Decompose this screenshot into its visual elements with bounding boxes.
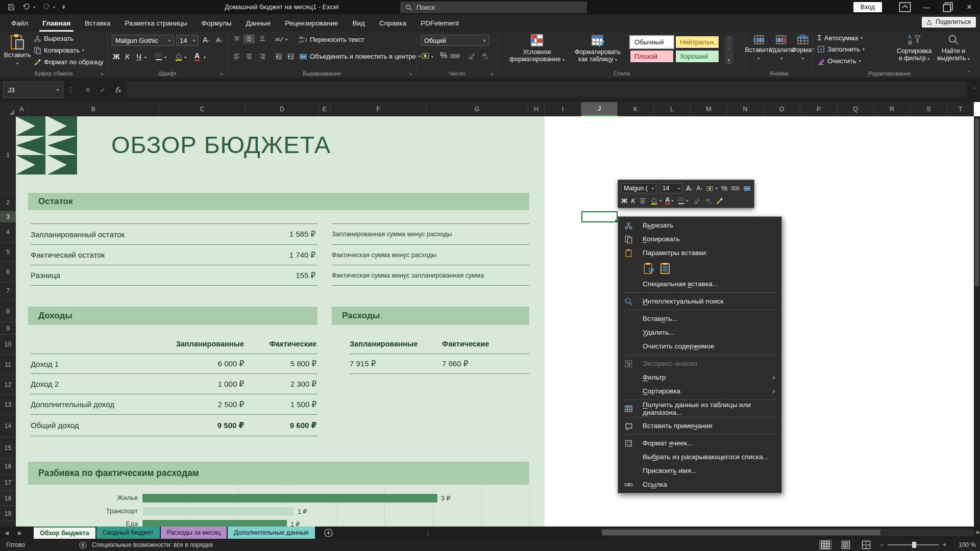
normal-view-icon[interactable] xyxy=(819,540,832,550)
mini-align-icon[interactable] xyxy=(639,197,647,204)
mini-increase-decimal-icon[interactable]: ←0.00 xyxy=(692,197,700,204)
ribbon-tab-Рецензирование[interactable]: Рецензирование xyxy=(278,14,345,32)
column-header-K[interactable]: K xyxy=(618,102,654,116)
accessibility-status[interactable]: Специальные возможности: все в порядке xyxy=(92,541,213,548)
context-menu-item[interactable]: Вставить... xyxy=(618,312,781,325)
context-menu-item[interactable]: Ссылка xyxy=(618,478,781,491)
mini-percent-icon[interactable]: % xyxy=(721,184,727,192)
context-menu-item[interactable]: Специальная вставка... xyxy=(618,277,781,291)
column-header-S[interactable]: S xyxy=(911,102,947,116)
conditional-formatting-button[interactable]: Условноеформатирование ▾ xyxy=(506,34,568,64)
font-color-caret-icon[interactable]: ▾ xyxy=(204,55,206,60)
column-header-J[interactable]: J xyxy=(581,102,618,116)
vertical-scrollbar[interactable] xyxy=(974,116,980,527)
context-menu-item[interactable]: Вырезать xyxy=(618,218,781,232)
grow-font-icon[interactable]: A˄ xyxy=(203,35,210,44)
minimize-button[interactable]: — xyxy=(916,0,937,14)
mini-fill-caret-icon[interactable]: ▾ xyxy=(659,198,662,203)
format-as-table-button[interactable]: Форматироватькак таблицу ▾ xyxy=(570,34,626,64)
ribbon-tab-Вид[interactable]: Вид xyxy=(346,14,372,32)
sign-in-button[interactable]: Вход xyxy=(853,2,882,12)
context-menu-item[interactable]: Присвоить имя... xyxy=(618,464,781,478)
column-header-M[interactable]: M xyxy=(691,102,727,116)
fill-button[interactable]: Заполнить▾ xyxy=(817,45,865,53)
align-top-icon[interactable] xyxy=(233,36,241,42)
horizontal-scrollbar[interactable]: ▶ xyxy=(601,529,974,536)
mini-font-color-caret-icon[interactable]: ▾ xyxy=(672,198,674,203)
find-select-button[interactable]: Найти ивыделить ▾ xyxy=(936,34,971,63)
alignment-dialog-launcher-icon[interactable]: ↘ xyxy=(408,71,412,76)
context-menu-item[interactable]: Фильтр› xyxy=(618,370,781,384)
column-header-T[interactable]: T xyxy=(947,102,974,116)
context-menu-item[interactable]: Выбрать из раскрывающегося списка... xyxy=(618,450,781,464)
column-header-A[interactable]: A xyxy=(16,102,28,116)
gallery-up-icon[interactable]: ˄ xyxy=(728,37,730,43)
style-cell[interactable]: Обычный xyxy=(630,36,674,48)
mini-font-color-icon[interactable]: A xyxy=(665,196,670,205)
underline-caret-icon[interactable]: ▾ xyxy=(144,55,146,60)
format-cells-button[interactable]: Формат▾ xyxy=(793,35,813,62)
share-button[interactable]: Поделиться xyxy=(922,17,976,28)
context-menu-item[interactable]: Вставить примечание xyxy=(618,419,781,433)
mini-bold-button[interactable]: Ж xyxy=(621,197,627,205)
fill-caret-icon[interactable]: ▾ xyxy=(184,55,186,60)
sheet-canvas[interactable]: ОБЗОР БЮДЖЕТА Остаток Запланированный ос… xyxy=(0,116,974,527)
vertical-scrollbar-thumb[interactable] xyxy=(975,118,979,287)
shrink-font-icon[interactable]: A˅ xyxy=(216,36,223,44)
sheet-tab-Дополнительные данные[interactable]: Дополнительные данные xyxy=(228,527,314,539)
search-box[interactable]: Поиск xyxy=(400,2,587,13)
delete-cells-button[interactable]: Удалить▾ xyxy=(770,35,793,62)
column-header-Q[interactable]: Q xyxy=(838,102,874,116)
borders-icon[interactable] xyxy=(155,53,163,61)
undo-icon[interactable] xyxy=(22,3,31,11)
save-icon[interactable] xyxy=(7,3,15,11)
ribbon-tab-Разметка страницы[interactable]: Разметка страницы xyxy=(117,14,194,32)
gallery-more-icon[interactable]: ▾̲ xyxy=(727,57,730,63)
select-all-corner[interactable] xyxy=(0,102,16,116)
column-header-E[interactable]: E xyxy=(319,102,331,116)
mini-italic-button[interactable]: К xyxy=(631,197,635,205)
context-menu-item[interactable]: Параметры вставки: xyxy=(618,246,781,260)
ribbon-tab-Формулы[interactable]: Формулы xyxy=(194,14,239,32)
ribbon-tab-Главная[interactable]: Главная xyxy=(35,14,78,32)
enter-formula-icon[interactable]: ✓ xyxy=(100,86,106,94)
zoom-level[interactable]: 100 % xyxy=(953,541,976,548)
mini-accounting-caret-icon[interactable]: ▾ xyxy=(716,186,718,191)
autosum-button[interactable]: ΣАвтосумма▾ xyxy=(817,34,863,42)
accounting-caret-icon[interactable]: ▾ xyxy=(431,55,433,59)
wrap-text-button[interactable]: abc Переносить текст xyxy=(299,35,364,43)
style-cell[interactable]: Плохой xyxy=(630,50,674,63)
mini-font-size-select[interactable]: 14▾ xyxy=(660,183,682,193)
column-header-I[interactable]: I xyxy=(545,102,581,116)
context-menu-item[interactable]: Удалить... xyxy=(618,325,781,339)
name-box[interactable]: J3▾ xyxy=(3,82,63,98)
mini-merge-icon[interactable] xyxy=(743,185,751,192)
paste-button[interactable]: Вставить▾ xyxy=(5,34,30,67)
underline-button[interactable]: Ч xyxy=(136,52,141,61)
redo-caret-icon[interactable]: ▾ xyxy=(53,5,55,10)
sort-filter-button[interactable]: АЯ Сортировкаи фильтр ▾ xyxy=(894,34,935,63)
mini-borders-icon[interactable] xyxy=(677,197,685,205)
decrease-indent-icon[interactable] xyxy=(275,53,283,60)
collapse-ribbon-icon[interactable]: ˄ xyxy=(968,70,970,76)
format-painter-button[interactable]: Формат по образцу xyxy=(34,58,104,66)
font-size-select[interactable]: 14▾ xyxy=(176,35,199,46)
mini-format-painter-icon[interactable] xyxy=(716,197,723,205)
accounting-format-icon[interactable] xyxy=(421,52,430,60)
zoom-in-icon[interactable]: + xyxy=(943,541,946,548)
sheet-tab-Обзор бюджета[interactable]: Обзор бюджета xyxy=(34,527,95,539)
column-header-L[interactable]: L xyxy=(654,102,691,116)
mini-borders-caret-icon[interactable]: ▾ xyxy=(687,198,689,203)
insert-cells-button[interactable]: Вставить▾ xyxy=(747,35,770,62)
ribbon-display-options-icon[interactable] xyxy=(894,0,916,14)
column-header-C[interactable]: C xyxy=(159,102,246,116)
prev-sheet-icon[interactable]: ◀ xyxy=(0,530,13,536)
formula-input[interactable] xyxy=(127,82,966,98)
ribbon-tab-PDFelement[interactable]: PDFelement xyxy=(413,14,466,32)
column-header-N[interactable]: N xyxy=(727,102,764,116)
style-cell[interactable]: Нейтральн... xyxy=(675,36,719,48)
next-sheet-icon[interactable]: ▶ xyxy=(13,530,27,536)
close-button[interactable]: × xyxy=(959,0,980,14)
mini-font-name-select[interactable]: Malgun (▾ xyxy=(621,183,656,193)
number-dialog-launcher-icon[interactable]: ↘ xyxy=(490,71,494,76)
